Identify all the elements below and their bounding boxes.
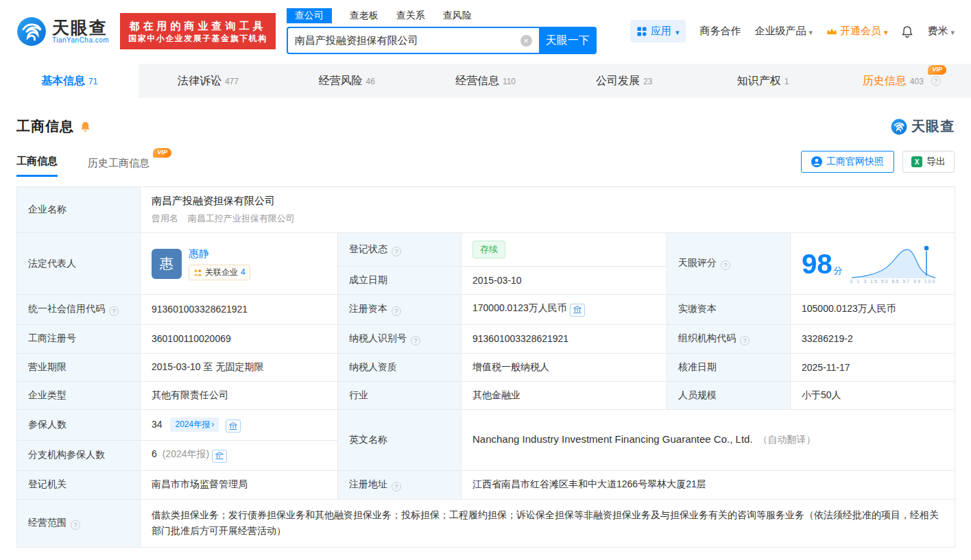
nav-business-cooperation[interactable]: 商务合作 [699,25,741,38]
tianyancha-logo-icon [16,16,47,47]
tab-count: 1 [784,77,789,86]
notification-bell-icon[interactable] [901,25,913,38]
field-value: 360100110020069 [152,333,231,344]
table-row: 统一社会信用代码 913601003328621921 注册资本 170000.… [17,295,955,325]
former-name-tag: 曾用名 [152,213,178,223]
search-tab-risk[interactable]: 查风险 [443,8,472,23]
help-icon[interactable] [411,336,420,345]
tab-legal-proceedings[interactable]: 法律诉讼 477 [139,64,277,98]
section-title: 工商信息 [16,117,74,136]
tab-label: 历史信息 [863,74,907,88]
subscribe-bell-icon[interactable] [80,121,91,132]
search-row: 天眼一下 [287,27,597,54]
tianyancha-logo[interactable]: 天眼查 TianYanCha.com [16,16,109,47]
search-tab-boss[interactable]: 查老板 [350,8,379,23]
annual-report-badge[interactable]: 2024年报 [170,417,219,432]
score-axis-labels: 0 1 3 15 50 85 97 99 100 [850,279,937,284]
field-label: 登记机关 [28,478,67,489]
field-value: 913601003328621921 [152,304,248,315]
vip-badge: VIP [928,65,946,75]
nav-user-menu[interactable]: 费米 [927,25,955,38]
field-label: 法定代表人 [28,258,76,269]
tianyan-score[interactable]: 98分 0 1 3 15 50 85 97 99 100 [802,244,944,284]
apps-label: 应用 [651,25,671,38]
related-companies-label: 关联企业 [205,267,238,278]
help-icon[interactable] [740,336,750,345]
source-registry-icon[interactable] [570,304,585,317]
former-name: 南昌工控产业担保有限公司 [188,213,295,223]
status-badge: 存续 [472,241,505,258]
field-label: 注册地址 [349,478,387,489]
arrow-right-icon [211,419,214,429]
score-chart-wrap: 0 1 3 15 50 85 97 99 100 [850,244,937,284]
related-companies-count: 4 [241,267,245,277]
tab-count: 477 [225,77,239,86]
tab-intellectual-property[interactable]: 知识产权 1 [693,64,832,98]
field-label: 英文名称 [349,434,387,445]
field-label: 经营范围 [28,517,67,528]
help-icon[interactable] [721,260,730,270]
field-value: 其他金融业 [472,389,520,400]
tab-operational-risk[interactable]: 经营风险 46 [278,64,416,98]
english-name: Nanchang Industry Investment Financing G… [472,433,753,445]
field-value: 南昌市市场监督管理局 [152,478,248,489]
person-circle-icon [811,156,822,167]
export-label: 导出 [926,156,946,168]
tab-count: 71 [88,77,97,86]
business-scope: 借款类担保业务；发行债券担保业务和其他融资担保业务；投标担保；工程履约担保；诉讼… [152,507,944,540]
related-companies-badge[interactable]: 关联企业 4 [189,265,250,280]
official-snapshot-button[interactable]: 工商官网快照 [801,151,894,173]
tab-basic-info[interactable]: 基本信息 71 [0,64,139,98]
tab-count: 403 [910,77,924,86]
table-row: 工商注册号 360100110020069 纳税人识别号 91360100332… [17,324,955,353]
source-registry-icon[interactable] [226,419,241,433]
open-vip-label: 开通会员 [840,25,881,38]
export-button[interactable]: 导出 [902,151,955,173]
former-name-row: 曾用名 南昌工控产业担保有限公司 [152,212,944,225]
field-value: 2015-03-10 至 无固定期限 [152,361,263,372]
field-label: 组织机构代码 [678,332,736,343]
help-icon[interactable] [931,76,941,86]
tab-label: 经营风险 [319,74,363,88]
top-nav: 应用 商务合作 企业级产品 开通会员 费米 [630,20,955,42]
search-button[interactable]: 天眼一下 [539,27,597,54]
field-value: 105000.0123万人民币 [802,303,896,314]
help-icon[interactable] [392,306,401,316]
chevron-down-icon [950,25,955,37]
score-unit: 分 [834,265,843,276]
nav-open-vip[interactable]: 开通会员 [826,25,888,38]
nav-enterprise-products[interactable]: 企业级产品 [754,25,813,38]
table-row: 营业期限 2015-03-10 至 无固定期限 纳税人资质 增值税一般纳税人 核… [17,353,955,381]
help-icon[interactable] [71,520,80,530]
search-input[interactable] [295,35,520,47]
tab-business-info[interactable]: 经营信息 110 [416,64,555,98]
clear-search-icon[interactable] [520,35,532,47]
field-label: 登记状态 [349,243,387,254]
chevron-down-icon [884,25,888,37]
help-icon[interactable] [109,306,119,316]
company-name: 南昌产投融资担保有限公司 [152,195,944,208]
field-value: 2025-11-17 [802,362,850,373]
source-registry-icon[interactable] [212,450,227,463]
score-number: 98分 [802,250,843,278]
field-value: 2015-03-10 [472,275,522,286]
tab-count: 46 [366,77,375,86]
tab-company-development[interactable]: 公司发展 23 [555,64,693,98]
search-tab-company[interactable]: 查公司 [287,8,332,23]
logo-subtitle: TianYanCha.com [52,36,109,44]
subtab-history-registration[interactable]: VIP 历史工商信息 [88,157,149,177]
help-icon[interactable] [392,482,401,491]
help-icon[interactable] [392,247,401,256]
search-tab-relation[interactable]: 查关系 [396,8,425,23]
legal-rep-avatar[interactable]: 惠 [152,249,182,279]
subtab-business-registration[interactable]: 工商信息 [16,155,58,177]
legal-rep-cell: 惠 惠静 关联企业 4 [152,247,326,280]
tab-label: 经营信息 [455,74,499,88]
field-label: 人员规模 [678,389,717,400]
annual-report-note: (2024年报) [163,448,209,459]
crown-icon [826,27,837,36]
field-label: 行业 [349,389,368,400]
legal-rep-link[interactable]: 惠静 [189,247,250,260]
tab-history-info[interactable]: VIP 历史信息 403 [832,64,971,98]
apps-menu[interactable]: 应用 [630,20,686,42]
